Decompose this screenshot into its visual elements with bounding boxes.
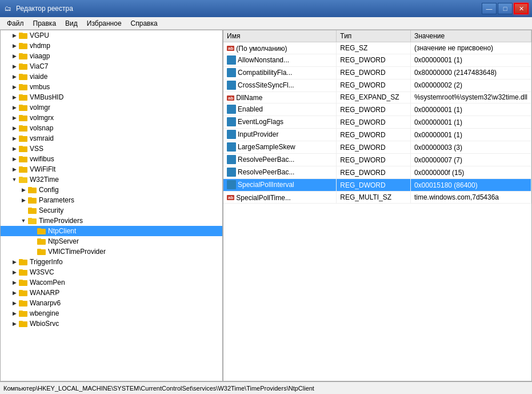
tree-expander-icon[interactable]: ▶ xyxy=(10,165,19,174)
tree-expander-icon[interactable]: ▶ xyxy=(10,124,19,133)
reg-name-cell: CrossSiteSyncFl... xyxy=(223,79,337,91)
tree-expander-icon[interactable]: ▶ xyxy=(10,299,19,308)
tree-expander-icon[interactable]: ▶ xyxy=(19,185,28,194)
tree-expander-icon[interactable]: ▶ xyxy=(10,93,19,102)
tree-expander-icon[interactable]: ▶ xyxy=(10,144,19,153)
tree-item[interactable]: ▶volmgrx xyxy=(1,113,222,123)
tree-expander-icon[interactable]: ▶ xyxy=(10,268,19,277)
menu-item-файл[interactable]: Файл xyxy=(2,18,29,29)
tree-expander-icon[interactable]: ▶ xyxy=(10,82,19,91)
tree-expander-icon[interactable]: ▶ xyxy=(10,41,19,50)
svg-rect-63 xyxy=(232,68,235,71)
folder-icon xyxy=(19,175,28,184)
tree-item[interactable]: ▶Config xyxy=(1,185,222,195)
tree-item[interactable]: ▶volsnap xyxy=(1,123,222,133)
tree-item[interactable]: ▼W32Time xyxy=(1,174,222,185)
values-panel[interactable]: Имя Тип Значение ab(По умолчанию)REG_SZ(… xyxy=(223,30,531,381)
tree-expander-icon[interactable]: ▶ xyxy=(10,309,19,318)
table-row[interactable]: LargeSampleSkewREG_DWORD0x00000003 (3) xyxy=(223,141,531,154)
tree-item[interactable]: ▶vsmraid xyxy=(1,133,222,144)
tree-item[interactable]: ▶vmbus xyxy=(1,82,222,92)
tree-expander-icon[interactable]: ▼ xyxy=(10,175,19,184)
svg-rect-11 xyxy=(19,85,27,90)
main-content: ▶VGPU▶vhdmp▶viaagp▶ViaC7▶viaide▶vmbus▶VM… xyxy=(0,30,532,381)
maximize-button[interactable]: □ xyxy=(498,3,513,14)
svg-rect-69 xyxy=(232,85,235,89)
tree-item[interactable]: ▶TriggerInfo xyxy=(1,257,222,267)
tree-item[interactable]: ▼TimeProviders xyxy=(1,216,222,226)
tree-item[interactable]: ▶vhdmp xyxy=(1,41,222,51)
table-row[interactable]: ResolvePeerBac...REG_DWORD0x00000007 (7) xyxy=(223,154,531,166)
tree-expander-icon[interactable]: ▶ xyxy=(10,288,19,297)
tree-item[interactable]: Security xyxy=(1,205,222,216)
reg-name-text: (По умолчанию) xyxy=(236,45,287,53)
tree-expander-icon[interactable]: ▶ xyxy=(10,319,19,328)
menu-item-избранное[interactable]: Избранное xyxy=(82,18,126,29)
reg-name-text: SpecialPollInterval xyxy=(238,181,294,189)
menu-item-вид[interactable]: Вид xyxy=(61,18,82,29)
tree-item[interactable]: ▶vwifibus xyxy=(1,154,222,164)
tree-item[interactable]: VMICTimeProvider xyxy=(1,246,222,257)
folder-icon xyxy=(19,82,28,91)
reg-name-text: ResolvePeerBac... xyxy=(238,168,294,176)
tree-expander-icon[interactable] xyxy=(28,237,37,246)
tree-item-label: vwifibus xyxy=(30,155,54,163)
tree-item[interactable]: ▶WANARP xyxy=(1,288,222,298)
table-row[interactable]: abDllNameREG_EXPAND_SZ%systemroot%\syste… xyxy=(223,91,531,104)
table-row[interactable]: AllowNonstand...REG_DWORD0x00000001 (1) xyxy=(223,54,531,66)
svg-rect-81 xyxy=(232,134,235,138)
table-row[interactable]: InputProviderREG_DWORD0x00000001 (1) xyxy=(223,129,531,141)
reg-value-cell: 0x00000007 (7) xyxy=(410,154,531,166)
menu-bar: ФайлПравкаВидИзбранноеСправка xyxy=(0,17,532,30)
tree-item[interactable]: NtpClient xyxy=(1,226,222,236)
tree-expander-icon[interactable]: ▶ xyxy=(10,72,19,81)
tree-item[interactable]: ▶ViaC7 xyxy=(1,61,222,71)
tree-item[interactable]: ▶W3SVC xyxy=(1,267,222,277)
tree-expander-icon[interactable]: ▶ xyxy=(10,154,19,164)
tree-item-label: viaagp xyxy=(30,52,50,60)
tree-item[interactable]: ▶Parameters xyxy=(1,195,222,205)
table-row[interactable]: ab(По умолчанию)REG_SZ(значение не присв… xyxy=(223,42,531,54)
tree-expander-icon[interactable]: ▶ xyxy=(10,278,19,287)
close-button[interactable]: ✕ xyxy=(514,3,529,14)
tree-expander-icon[interactable]: ▶ xyxy=(10,113,19,122)
tree-panel[interactable]: ▶VGPU▶vhdmp▶viaagp▶ViaC7▶viaide▶vmbus▶VM… xyxy=(1,30,223,381)
tree-expander-icon[interactable] xyxy=(19,206,28,215)
tree-item[interactable]: ▶WbioSrvc xyxy=(1,319,222,329)
tree-item[interactable]: ▶viaide xyxy=(1,71,222,82)
tree-item[interactable]: ▶Wanarpv6 xyxy=(1,298,222,308)
tree-expander-icon[interactable]: ▶ xyxy=(19,196,28,205)
menu-item-справка[interactable]: Справка xyxy=(126,18,162,29)
tree-expander-icon[interactable]: ▶ xyxy=(10,103,19,112)
tree-item[interactable]: ▶VMBusHID xyxy=(1,92,222,102)
table-row[interactable]: EnabledREG_DWORD0x00000001 (1) xyxy=(223,104,531,116)
menu-item-правка[interactable]: Правка xyxy=(29,18,61,29)
table-row[interactable]: abSpecialPollTime...REG_MULTI_SZtime.win… xyxy=(223,192,531,204)
table-row[interactable]: EventLogFlagsREG_DWORD0x00000001 (1) xyxy=(223,116,531,129)
tree-expander-icon[interactable]: ▼ xyxy=(19,216,28,225)
tree-expander-icon[interactable]: ▶ xyxy=(10,31,19,40)
table-row[interactable]: SpecialPollIntervalREG_DWORD0x00015180 (… xyxy=(223,179,531,192)
tree-expander-icon[interactable]: ▶ xyxy=(10,51,19,61)
table-row[interactable]: CompatibilityFla...REG_DWORD0x80000000 (… xyxy=(223,66,531,79)
tree-item-label: volmgrx xyxy=(30,114,54,122)
tree-expander-icon[interactable] xyxy=(28,247,37,256)
tree-item[interactable]: ▶WacomPen xyxy=(1,277,222,288)
tree-expander-icon[interactable] xyxy=(28,226,37,236)
tree-expander-icon[interactable]: ▶ xyxy=(10,134,19,143)
tree-item[interactable]: ▶volmgr xyxy=(1,102,222,113)
tree-item[interactable]: ▶VGPU xyxy=(1,30,222,41)
tree-expander-icon[interactable]: ▶ xyxy=(10,62,19,71)
tree-item[interactable]: ▶viaagp xyxy=(1,51,222,61)
minimize-button[interactable]: — xyxy=(482,3,497,14)
tree-expander-icon[interactable]: ▶ xyxy=(10,257,19,266)
tree-item[interactable]: NtpServer xyxy=(1,236,222,246)
table-row[interactable]: ResolvePeerBac...REG_DWORD0x0000000f (15… xyxy=(223,166,531,179)
tree-item[interactable]: ▶wbengine xyxy=(1,308,222,319)
tree-item[interactable]: ▶VSS xyxy=(1,144,222,154)
folder-icon xyxy=(37,226,46,236)
tree-scroll[interactable]: ▶VGPU▶vhdmp▶viaagp▶ViaC7▶viaide▶vmbus▶VM… xyxy=(1,30,222,381)
tree-item[interactable]: ▶VWiFiFlt xyxy=(1,164,222,174)
table-row[interactable]: CrossSiteSyncFl...REG_DWORD0x00000002 (2… xyxy=(223,79,531,91)
svg-rect-78 xyxy=(227,130,231,133)
